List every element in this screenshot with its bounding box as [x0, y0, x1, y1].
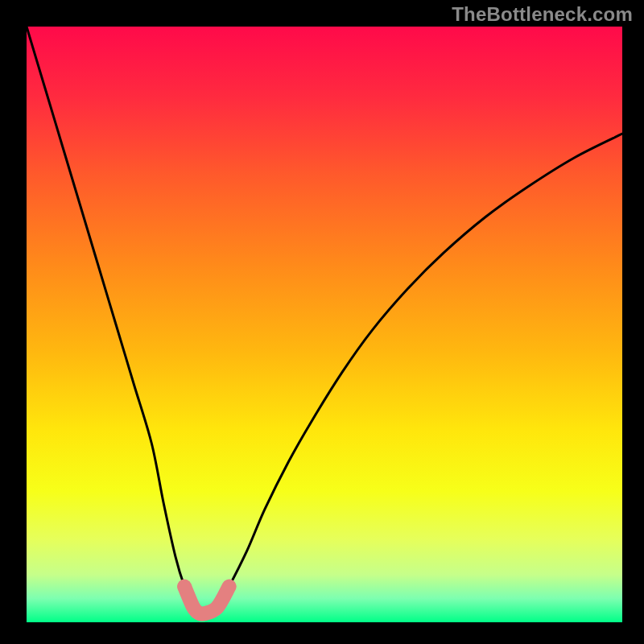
- chart-root: TheBottleneck.com: [0, 0, 644, 644]
- watermark-text: TheBottleneck.com: [452, 3, 633, 26]
- valley-marker: [210, 601, 224, 614]
- bottleneck-chart: [27, 27, 622, 622]
- valley-marker: [177, 580, 191, 593]
- valley-marker: [198, 606, 212, 620]
- valley-marker: [222, 580, 236, 593]
